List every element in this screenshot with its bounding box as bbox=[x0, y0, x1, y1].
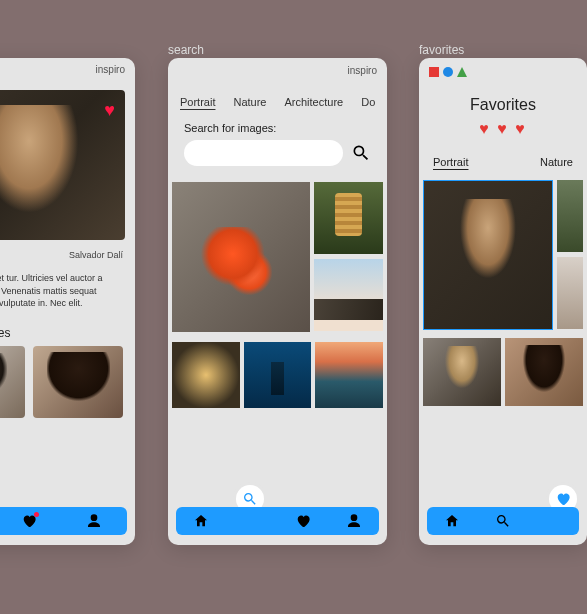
favorite-heart-icon[interactable]: ♥ bbox=[104, 100, 115, 121]
result-thumb[interactable] bbox=[315, 342, 383, 408]
related-images-row bbox=[0, 346, 135, 418]
tab-nature[interactable]: Nature bbox=[540, 156, 573, 168]
nav-profile[interactable] bbox=[85, 512, 103, 530]
favorite-thumb[interactable] bbox=[557, 180, 583, 252]
search-icon[interactable] bbox=[351, 143, 371, 163]
search-results-grid-2 bbox=[168, 338, 387, 412]
favorites-grid bbox=[419, 176, 587, 334]
page-title: Favorites bbox=[419, 96, 587, 114]
nav-favorites[interactable] bbox=[20, 512, 38, 530]
search-row bbox=[168, 140, 387, 176]
bottom-navbar bbox=[427, 507, 579, 535]
search-icon bbox=[495, 513, 511, 529]
result-thumb[interactable] bbox=[314, 259, 383, 331]
person-icon bbox=[346, 513, 362, 529]
nav-search[interactable] bbox=[494, 512, 512, 530]
related-title: elated Images bbox=[0, 318, 135, 346]
nav-profile[interactable] bbox=[345, 512, 363, 530]
screen-detail: inspiro ♥ Salvador Dalí um dolor sit ame… bbox=[0, 58, 135, 545]
logo-triangle-icon bbox=[457, 67, 467, 77]
nav-favorites[interactable] bbox=[294, 512, 312, 530]
favorite-thumb[interactable] bbox=[557, 257, 583, 329]
bottom-navbar bbox=[0, 507, 127, 535]
heart-icon bbox=[295, 513, 311, 529]
screen-label-favorites: favorites bbox=[419, 43, 464, 57]
result-thumb[interactable] bbox=[314, 182, 383, 254]
image-description: um dolor sit amet tur. Ultricies vel auc… bbox=[0, 264, 135, 318]
related-thumb[interactable] bbox=[0, 346, 25, 418]
heart-icon bbox=[555, 491, 571, 507]
person-icon bbox=[86, 513, 102, 529]
search-icon bbox=[242, 491, 258, 507]
favorite-thumb[interactable] bbox=[423, 180, 553, 330]
badge-icon bbox=[34, 512, 39, 517]
favorite-thumb[interactable] bbox=[423, 338, 501, 406]
app-name: inspiro bbox=[96, 64, 125, 75]
favorite-thumb[interactable] bbox=[505, 338, 583, 406]
tab-portrait[interactable]: Portrait bbox=[433, 156, 468, 168]
topbar: inspiro bbox=[0, 58, 135, 80]
topbar: inspiro bbox=[168, 58, 387, 82]
app-name: inspiro bbox=[348, 65, 377, 76]
nav-home[interactable] bbox=[192, 512, 210, 530]
category-tabs: Portrait Nature bbox=[419, 138, 587, 176]
related-thumb[interactable] bbox=[33, 346, 123, 418]
logo-circle-icon bbox=[443, 67, 453, 77]
tab-architecture[interactable]: Architecture bbox=[285, 96, 344, 108]
home-icon bbox=[193, 513, 209, 529]
screen-label-search: search bbox=[168, 43, 204, 57]
screen-favorites: Favorites ♥ ♥ ♥ Portrait Nature bbox=[419, 58, 587, 545]
result-thumb[interactable] bbox=[244, 342, 312, 408]
category-tabs: Portrait Nature Architecture Do bbox=[168, 82, 387, 116]
search-input[interactable] bbox=[184, 140, 343, 166]
result-thumb[interactable] bbox=[172, 342, 240, 408]
search-results-grid bbox=[168, 176, 387, 338]
hearts-decoration-icon: ♥ ♥ ♥ bbox=[419, 120, 587, 138]
screen-search: inspiro Portrait Nature Architecture Do … bbox=[168, 58, 387, 545]
favorites-grid-2 bbox=[419, 334, 587, 410]
hero-image[interactable]: ♥ bbox=[0, 90, 125, 240]
result-thumb[interactable] bbox=[172, 182, 310, 332]
bottom-navbar bbox=[176, 507, 379, 535]
logo bbox=[419, 62, 587, 82]
tab-nature[interactable]: Nature bbox=[233, 96, 266, 108]
tab-portrait[interactable]: Portrait bbox=[180, 96, 215, 108]
nav-home[interactable] bbox=[443, 512, 461, 530]
tab-documentary[interactable]: Do bbox=[361, 96, 375, 108]
logo-square-icon bbox=[429, 67, 439, 77]
artist-name: Salvador Dalí bbox=[0, 250, 135, 264]
search-label: Search for images: bbox=[168, 116, 387, 140]
home-icon bbox=[444, 513, 460, 529]
